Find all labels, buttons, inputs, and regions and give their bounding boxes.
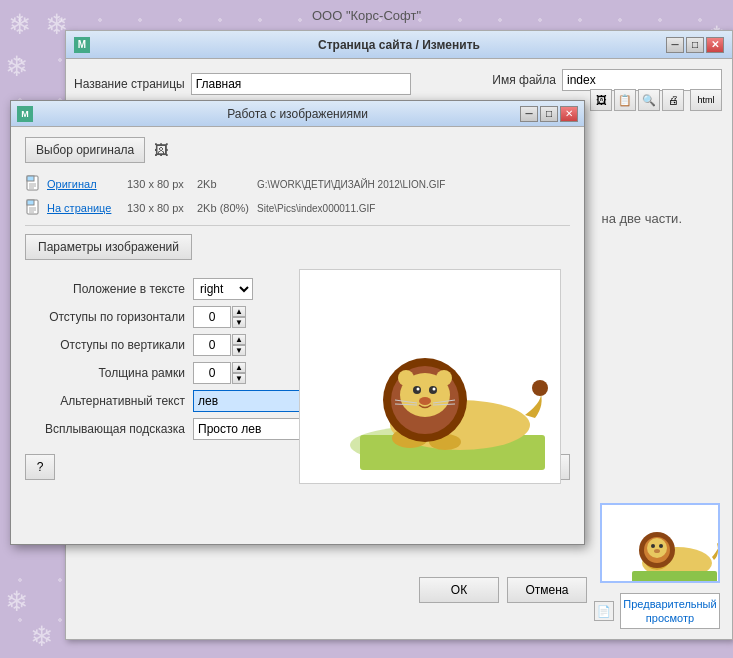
svg-point-4: [647, 538, 667, 558]
svg-point-5: [651, 544, 655, 548]
svg-point-32: [417, 388, 420, 391]
main-close-btn[interactable]: ✕: [706, 37, 724, 53]
on-page-link[interactable]: На странице: [47, 202, 127, 214]
position-label: Положение в тексте: [25, 282, 185, 296]
preview-area-bottom: 📄 Предварительный просмотр: [594, 593, 720, 629]
main-titlebar-controls: ─ □ ✕: [666, 37, 724, 53]
toolbar-btn-html[interactable]: html: [690, 89, 722, 111]
alt-text-input-wrap: [193, 390, 303, 412]
page-name-label: Название страницы: [74, 77, 185, 91]
select-original-btn[interactable]: Выбор оригинала: [25, 137, 145, 163]
original-size: 2Kb: [197, 178, 257, 190]
h-indent-label: Отступы по горизонтали: [25, 310, 185, 324]
main-window-title: Страница сайта / Изменить: [318, 38, 480, 52]
position-input-wrap: right left center: [193, 278, 253, 300]
h-indent-up[interactable]: ▲: [232, 306, 246, 317]
svg-point-28: [398, 370, 414, 386]
preview-file-icon: 📄: [594, 601, 614, 621]
toolbar-btn-4[interactable]: 🖨: [662, 89, 684, 111]
border-down[interactable]: ▼: [232, 373, 246, 384]
border-label: Толщина рамки: [25, 366, 185, 380]
main-bottom-buttons: ОК Отмена: [419, 577, 587, 603]
tooltip-input-wrap: [193, 418, 303, 440]
border-input-wrap: ▲ ▼: [193, 362, 246, 384]
v-indent-up[interactable]: ▲: [232, 334, 246, 345]
border-up[interactable]: ▲: [232, 362, 246, 373]
original-link[interactable]: Оригинал: [47, 178, 127, 190]
main-ok-btn[interactable]: ОК: [419, 577, 499, 603]
v-indent-spinner: ▲ ▼: [232, 334, 246, 356]
dialog-titlebar: M Работа с изображениями ─ □ ✕: [11, 101, 584, 127]
dialog-controls: ─ □ ✕: [520, 106, 578, 122]
tooltip-label: Всплывающая подсказка: [25, 422, 185, 436]
dialog-close-btn[interactable]: ✕: [560, 106, 578, 122]
on-page-file-icon: [25, 199, 43, 217]
dialog-minimize-btn[interactable]: ─: [520, 106, 538, 122]
original-file-icon: [25, 175, 43, 193]
toolbar: 🖼 📋 🔍 🖨 html: [590, 89, 722, 111]
file-name-row: Имя файла: [492, 69, 722, 91]
file-name-input[interactable]: [562, 69, 722, 91]
main-restore-btn[interactable]: □: [686, 37, 704, 53]
original-icon: 🖼: [151, 140, 171, 160]
dialog-app-icon: M: [17, 106, 33, 122]
on-page-size: 2Kb (80%): [197, 202, 257, 214]
svg-point-34: [419, 397, 431, 405]
dialog-restore-btn[interactable]: □: [540, 106, 558, 122]
toolbar-btn-2[interactable]: 📋: [614, 89, 636, 111]
toolbar-btn-1[interactable]: 🖼: [590, 89, 612, 111]
dialog-content: Выбор оригинала 🖼 Оригинал 130 x 80 px 2…: [11, 127, 584, 490]
svg-point-33: [433, 388, 436, 391]
snowflake-5: ❄: [30, 620, 53, 653]
preview-btn[interactable]: Предварительный просмотр: [620, 593, 720, 629]
dialog-title: Работа с изображениями: [227, 107, 368, 121]
bg-split-text: на две части.: [601, 211, 682, 226]
on-page-file-row: На странице 130 x 80 px 2Kb (80%) Site\P…: [25, 199, 570, 217]
snowflake-3: ❄: [5, 50, 28, 83]
main-cancel-btn[interactable]: Отмена: [507, 577, 587, 603]
v-indent-down[interactable]: ▼: [232, 345, 246, 356]
params-btn[interactable]: Параметры изображений: [25, 234, 192, 260]
border-input[interactable]: [193, 362, 231, 384]
toolbar-btn-3[interactable]: 🔍: [638, 89, 660, 111]
file-name-label: Имя файла: [492, 73, 556, 87]
border-spinner: ▲ ▼: [232, 362, 246, 384]
snowflake-4: ❄: [5, 585, 28, 618]
snowflake-1: ❄: [8, 8, 31, 41]
svg-rect-15: [27, 200, 34, 205]
svg-point-39: [532, 380, 548, 396]
on-page-path: Site\Pics\index000011.GIF: [257, 203, 375, 214]
svg-point-29: [436, 370, 452, 386]
v-indent-label: Отступы по вертикали: [25, 338, 185, 352]
page-name-input[interactable]: [191, 73, 411, 95]
image-dialog: M Работа с изображениями ─ □ ✕ Выбор ори…: [10, 100, 585, 545]
svg-rect-8: [632, 571, 717, 583]
main-minimize-btn[interactable]: ─: [666, 37, 684, 53]
svg-rect-10: [27, 176, 34, 181]
original-path: G:\WORK\ДЕТИ\ДИЗАЙН 2012\LION.GIF: [257, 179, 445, 190]
alt-text-label: Альтернативный текст: [25, 394, 185, 408]
tooltip-input[interactable]: [193, 418, 303, 440]
main-app-icon: M: [74, 37, 90, 53]
toolbar-btn-5[interactable]: [686, 89, 688, 111]
original-dims: 130 x 80 px: [127, 178, 197, 190]
on-page-dims: 130 x 80 px: [127, 202, 197, 214]
v-indent-input-wrap: ▲ ▼: [193, 334, 246, 356]
help-btn[interactable]: ?: [25, 454, 55, 480]
small-preview: [600, 503, 720, 583]
main-window-titlebar: M Страница сайта / Изменить ─ □ ✕: [66, 31, 732, 59]
h-indent-spinner: ▲ ▼: [232, 306, 246, 328]
svg-point-6: [659, 544, 663, 548]
h-indent-input[interactable]: [193, 306, 231, 328]
v-indent-input[interactable]: [193, 334, 231, 356]
h-indent-input-wrap: ▲ ▼: [193, 306, 246, 328]
svg-point-7: [654, 549, 660, 553]
original-file-row: Оригинал 130 x 80 px 2Kb G:\WORK\ДЕТИ\ДИ…: [25, 175, 570, 193]
divider-1: [25, 225, 570, 226]
app-title: ООО "Корс-Софт": [312, 8, 421, 23]
select-original-row: Выбор оригинала 🖼: [25, 137, 570, 163]
preview-area: [299, 269, 561, 484]
position-select[interactable]: right left center: [193, 278, 253, 300]
alt-text-input[interactable]: [193, 390, 303, 412]
h-indent-down[interactable]: ▼: [232, 317, 246, 328]
